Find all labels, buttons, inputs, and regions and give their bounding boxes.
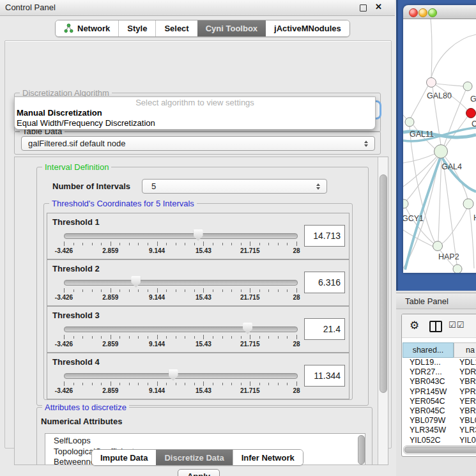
table-panel-title: Table Panel [396,293,476,309]
list-scrollbar[interactable] [357,435,364,465]
tab-style[interactable]: Style [118,20,155,36]
table-hscrollbar[interactable] [403,445,476,454]
table-row[interactable]: YDR27...YDR2 [403,367,476,377]
network-node[interactable] [433,242,443,251]
slider-tick [176,243,176,245]
close-icon[interactable]: ✕ [375,2,382,12]
tab-label: Infer Network [242,453,295,463]
cell-shared-name: YIL052C [403,436,456,445]
attribute-list-item[interactable]: SelfLoops [45,434,365,447]
table-row[interactable]: YBR043CYBR0 [403,377,476,387]
table-row[interactable]: YER054CYER0 [403,397,476,406]
network-edge[interactable] [403,230,433,247]
threshold-value-field[interactable]: 6.316 [304,272,345,293]
slider-tick [64,335,65,339]
tab-label: jActiveMNodules [274,24,341,33]
network-node[interactable] [403,199,408,208]
settings-scrollbar-thumb[interactable] [380,174,387,393]
network-edge[interactable] [436,84,463,86]
network-node[interactable] [453,265,462,273]
slider-tick [250,335,250,339]
slider-tick [101,336,102,339]
table-data-group: Table Data galFiltered.sif default node [14,131,381,155]
slider-track[interactable] [64,326,298,332]
network-edge[interactable] [431,19,432,78]
float-window-icon[interactable] [360,4,367,12]
threshold-value-field[interactable]: 14.713 [304,225,345,247]
slider-tick [250,288,250,293]
network-edge[interactable] [403,154,434,163]
apply-button[interactable]: Apply [178,469,220,476]
cell-shared-name: YBR045C [403,406,456,416]
network-node[interactable] [463,82,472,91]
screen: Control Panel ✕ Network Style Select Cyn… [0,0,476,476]
threshold-panel: Threshold 4-3.4262.8599.14415.4321.71528… [47,353,349,399]
slider-tick [148,289,148,292]
algorithm-placeholder: Select algorithm to view settings [15,97,375,108]
threshold-value-field[interactable]: 11.344 [304,365,345,387]
table-data-combobox[interactable]: galFiltered.sif default node [21,136,375,151]
cell-shared-name: YLR345W [403,426,456,435]
column-header-name[interactable]: na [454,342,476,358]
slider-track[interactable] [64,233,298,239]
network-node[interactable] [434,145,448,158]
slider-tick [296,288,297,293]
network-edge[interactable] [431,35,476,77]
slider-tick [119,336,120,339]
algorithm-option-manual[interactable]: Manual Discretization [15,108,375,118]
threshold-value-field[interactable]: 21.4 [304,318,345,340]
slider-thumb[interactable] [169,369,178,381]
table-row[interactable]: YPR145WYPR1 [403,387,476,397]
checkbox-icons[interactable]: ☑☑ [449,320,464,330]
tab-discretize-data[interactable]: Discretize Data [156,450,232,465]
slider-tick [129,336,130,339]
table-row[interactable]: YBL079WYBL0 [403,416,476,426]
network-node[interactable] [463,199,473,209]
slider-tick [148,243,148,245]
slider-track[interactable] [64,280,298,286]
slider-tick [278,383,279,385]
tab-select[interactable]: Select [155,20,197,36]
column-header-shared[interactable]: shared... [403,342,454,358]
threshold-label: Threshold 3 [52,311,100,320]
table-row[interactable]: YLR345WYLR3 [403,426,476,435]
tab-network[interactable]: Network [56,20,118,36]
slider-tick-label: 2.859 [96,341,125,348]
columns-icon[interactable] [429,321,442,332]
slider-track[interactable] [64,373,298,379]
mac-minimize-button[interactable] [418,8,427,17]
network-node[interactable] [466,109,476,118]
tab-infer-network[interactable]: Infer Network [233,450,303,465]
slider-tick [241,336,242,339]
tab-impute-data[interactable]: Impute Data [92,450,156,465]
slider-tick [185,336,185,339]
slider-thumb[interactable] [131,276,141,288]
tab-cyni-toolbox[interactable]: Cyni Toolbox [197,20,266,36]
slider-tick [222,289,223,292]
network-node[interactable] [405,118,414,127]
tab-jactivemnodules[interactable]: jActiveMNodules [266,20,349,36]
mac-zoom-button[interactable] [428,8,437,17]
table-row[interactable]: YBR045CYBR0 [403,406,476,416]
network-window-titlebar[interactable] [403,5,476,19]
algorithm-option-equal-width[interactable]: Equal Width/Frequency Discretization [15,118,375,128]
slider-tick [287,289,288,292]
table-hscrollbar-thumb[interactable] [404,447,476,453]
network-edge[interactable] [442,208,467,243]
slider-thumb[interactable] [243,323,252,334]
mac-close-button[interactable] [409,8,418,17]
network-node-label: GA [470,95,476,104]
table-row[interactable]: YIL052CYIL0 [403,436,476,445]
table-row[interactable]: YDL19...YDL1 [403,358,476,367]
number-of-intervals-combobox[interactable]: 5 [142,179,327,194]
network-edge[interactable] [411,86,428,118]
slider-tick [287,243,288,245]
network-node[interactable] [427,78,436,88]
slider-thumb[interactable] [194,229,203,241]
slider-tick [73,289,74,292]
settings-scrollbar[interactable] [378,157,388,464]
threshold-label: Threshold 4 [52,357,100,367]
slider-tick [213,383,213,385]
network-canvas[interactable]: GAL80GAGAL11GAL4GCY1HHAP2C [403,19,476,273]
gear-icon[interactable]: ⚙ [410,319,419,332]
